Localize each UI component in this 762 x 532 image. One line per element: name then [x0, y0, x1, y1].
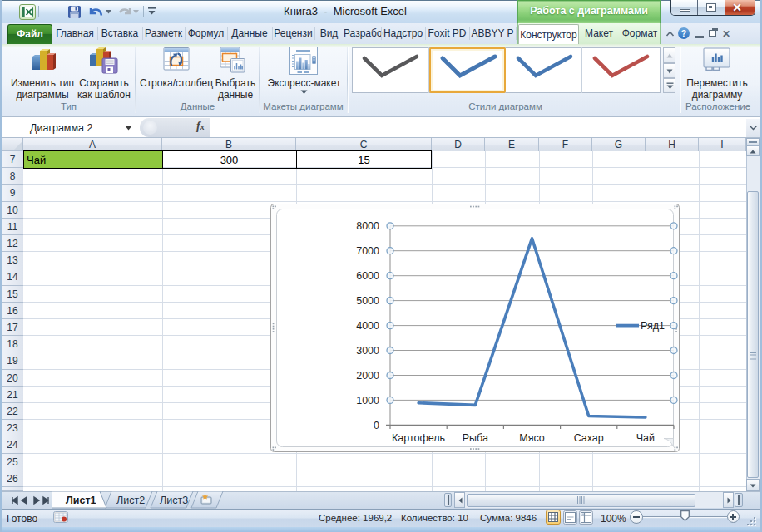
- svg-text:1000: 1000: [356, 395, 379, 406]
- svg-text:4000: 4000: [356, 320, 379, 332]
- svg-text:8000: 8000: [356, 220, 379, 232]
- svg-text:Лист3: Лист3: [160, 495, 188, 506]
- svg-text:7000: 7000: [356, 245, 379, 257]
- svg-text:Чай: Чай: [636, 432, 655, 444]
- svg-text:6000: 6000: [356, 270, 379, 282]
- svg-text:Сахар: Сахар: [574, 432, 604, 444]
- svg-text:5000: 5000: [356, 295, 379, 307]
- svg-text:2000: 2000: [356, 370, 379, 382]
- svg-text:Ряд1: Ряд1: [641, 320, 665, 332]
- svg-text:0: 0: [374, 420, 379, 431]
- svg-text:3000: 3000: [356, 345, 379, 357]
- svg-text:Картофель: Картофель: [392, 432, 445, 444]
- svg-text:Мясо: Мясо: [519, 432, 545, 444]
- svg-text:Лист2: Лист2: [116, 495, 145, 506]
- svg-text:Лист1: Лист1: [66, 495, 96, 506]
- svg-text:Рыба: Рыба: [463, 432, 488, 444]
